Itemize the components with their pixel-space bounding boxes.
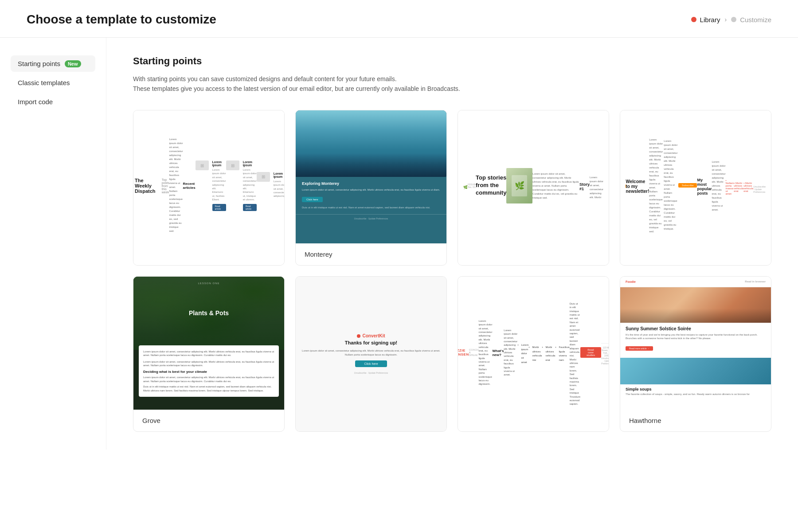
step-library-label: Library — [700, 16, 720, 23]
template-preview-grove: LESSON ONE Plants & Pots Lorem ipsum dol… — [133, 277, 284, 410]
template-card-story[interactable]: 🌿 ISSUE No. 01 Top stories from the comm… — [458, 110, 609, 266]
sidebar-item-starting-points-label: Starting points — [18, 60, 60, 67]
template-card-coach[interactable]: LIZZIE JANSEN COACH & SPEAK Lorem ipsum … — [458, 276, 609, 432]
step-library-dot — [691, 17, 696, 22]
template-label-hawthorne: Hawthorne — [620, 410, 771, 431]
step-customize-label: Customize — [740, 16, 771, 23]
step-customize: Customize — [731, 16, 771, 23]
template-grid: The Weekly Dispatch Top posts from this … — [133, 110, 771, 432]
sidebar: Starting points New Classic templates Im… — [0, 38, 106, 450]
template-card-dispatch[interactable]: The Weekly Dispatch Top posts from this … — [133, 110, 285, 266]
template-card-grove[interactable]: LESSON ONE Plants & Pots Lorem ipsum dol… — [133, 276, 285, 432]
template-label-dispatch: Dispatch — [133, 265, 284, 266]
step-customize-dot — [731, 17, 736, 22]
template-label-coach: Coach — [458, 431, 609, 432]
description-line2: These templates give you access to the l… — [133, 84, 771, 94]
template-card-platform[interactable]: ConvertKit Thanks for signing up! Lorem … — [295, 276, 447, 432]
template-label-grove: Grove — [133, 410, 284, 431]
page-title: Choose a template to customize — [27, 12, 216, 27]
sidebar-item-starting-points[interactable]: Starting points New — [11, 55, 95, 72]
section-title: Starting points — [133, 55, 771, 67]
template-card-intro[interactable]: Welcome to my newsletter! Lorem ipsum do… — [620, 110, 771, 266]
steps-indicator: Library › Customize — [691, 16, 771, 23]
hawthorne-logo-text: Foodie — [626, 280, 636, 283]
step-chevron-icon: › — [724, 16, 727, 23]
template-preview-story: 🌿 ISSUE No. 01 Top stories from the comm… — [458, 110, 609, 265]
main-layout: Starting points New Classic templates Im… — [0, 38, 798, 450]
template-preview-intro: Welcome to my newsletter! Lorem ipsum do… — [620, 110, 771, 265]
sidebar-item-classic-templates[interactable]: Classic templates — [11, 74, 95, 91]
template-label-monterey: Monterey — [296, 243, 446, 265]
template-card-monterey[interactable]: Exploring Monterey Lorem ipsum dolor sit… — [295, 110, 447, 266]
template-label-intro: Intro — [620, 265, 771, 266]
sidebar-item-import-code-label: Import code — [18, 98, 53, 106]
sidebar-item-classic-templates-label: Classic templates — [18, 79, 70, 86]
sidebar-item-import-code[interactable]: Import code — [11, 94, 95, 110]
template-preview-hawthorne: Foodie Read in browser Sunny Summer Sols… — [620, 277, 771, 410]
section-description: With starting points you can save custom… — [133, 74, 771, 94]
template-label-platform: Platform — [296, 431, 446, 432]
page-header: Choose a template to customize Library ›… — [0, 0, 798, 38]
template-preview-platform: ConvertKit Thanks for signing up! Lorem … — [296, 277, 446, 431]
content-area: Starting points With starting points you… — [106, 38, 798, 450]
template-label-story: Story — [458, 265, 609, 266]
step-library: Library — [691, 16, 720, 23]
template-preview-monterey: Exploring Monterey Lorem ipsum dolor sit… — [296, 110, 446, 243]
template-card-hawthorne[interactable]: Foodie Read in browser Sunny Summer Sols… — [620, 276, 771, 432]
description-line1: With starting points you can save custom… — [133, 74, 771, 84]
sidebar-badge-new: New — [65, 60, 81, 67]
template-preview-dispatch: The Weekly Dispatch Top posts from this … — [133, 110, 284, 265]
template-preview-coach: LIZZIE JANSEN COACH & SPEAK Lorem ipsum … — [458, 277, 609, 431]
